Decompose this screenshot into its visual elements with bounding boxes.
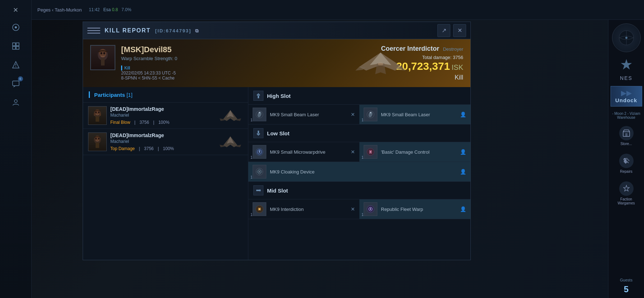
star-decoration: ★ [620,57,633,72]
high-slot-icon [253,91,263,101]
kill-avatar [90,45,115,70]
svg-rect-4 [13,46,15,49]
svg-rect-5 [16,46,19,49]
svg-point-45 [259,171,260,172]
copy-id-icon[interactable]: ⧉ [195,28,199,33]
interdiction-icon [253,202,266,216]
kill-header: [MSK]Devil85 Warp Scramble Strength: 0 K… [83,39,470,87]
low-slot-title: Low Slot [267,130,290,136]
alert-icon[interactable] [8,57,24,73]
location-info: - Moon 2 - Viziam Warehouse [611,110,641,121]
svg-point-49 [259,208,260,210]
beam-laser-2-icon [364,108,377,121]
participant-2-avatar-img [88,133,106,151]
low-slot-section: Low Slot 1 M [248,125,470,182]
participant-1-ship-img [218,108,243,123]
top-bar: Peges ‹ Tash-Murkon 11:42 Esa 0.8 7.0% [32,0,644,20]
svg-point-1 [15,26,17,28]
svg-point-39 [259,151,260,153]
inventory-icon[interactable] [8,38,24,54]
svg-rect-23 [100,113,101,116]
slot-item[interactable]: 1 MK9 Cloaking Device 👤 [248,162,470,181]
slot-item[interactable]: 1 MK9 Small Microwarpdrive ✕ [248,142,359,162]
person-icon: 👤 [460,112,466,117]
svg-rect-2 [13,43,15,46]
svg-point-19 [95,112,97,113]
faction-wargames-button[interactable]: Faction Wargames [612,179,641,208]
svg-rect-9 [13,81,19,86]
svg-point-16 [104,52,105,54]
breadcrumb: Peges ‹ Tash-Murkon [37,7,82,13]
participant-row[interactable]: [DEAD]ImmortalzRage Machariel Final Blow… [83,103,248,129]
remove-item-1-button[interactable]: ✕ [351,112,355,117]
location-name[interactable]: Peges [37,7,51,13]
remove-interdiction-button[interactable]: ✕ [351,206,355,212]
modal-menu-button[interactable] [87,24,100,37]
modal-close-button[interactable]: ✕ [453,24,466,37]
participant-1-avatar [88,106,107,125]
left-sidebar: ✕ 6 [0,0,32,298]
slot-item[interactable]: 1 MK9 Small Beam Laser ✕ [248,104,359,124]
participant-row[interactable]: [DEAD]ImmortalzRage Machariel Top Damage… [83,129,248,155]
right-sidebar: ★ NES ▶▶ Undock - Moon 2 - Viziam Wareho… [608,20,644,298]
mwd-name: MK9 Small Microwarpdrive [270,149,347,155]
high-slot-items: 1 MK9 Small Beam Laser ✕ [248,104,470,124]
mwd-icon [253,145,266,159]
slot-item[interactable]: 1 MK9 Interdiction ✕ [248,199,359,219]
modal-body: Participants [1] [83,87,470,260]
participant-2-ship: Machariel [110,139,214,144]
svg-point-8 [15,66,16,67]
svg-point-10 [14,100,17,103]
svg-rect-3 [16,43,19,46]
avatar-face [91,46,115,69]
beam-laser-1-icon [253,108,266,121]
remove-mwd-button[interactable]: ✕ [351,149,355,155]
equipment-panel: High Slot 1 MK9 Small Beam La [248,87,470,260]
undock-button[interactable]: ▶▶ Undock [611,86,642,107]
slot-item[interactable]: 1 'Basic' Damage Control 👤 [359,142,470,162]
participant-2-stats: Top Damage | 3756 | 100% [110,146,214,151]
participant-2-ship-img [218,135,243,149]
export-button[interactable]: ↗ [437,24,450,37]
participants-title: Participants [94,92,125,98]
ship-display [327,39,434,87]
mid-slot-section: Mid Slot 1 MK9 Interdiction [248,182,470,219]
svg-point-35 [370,112,371,113]
store-button[interactable]: Store... [612,123,641,149]
region-name[interactable]: Tash-Murkon [55,7,82,13]
svg-point-15 [101,52,102,54]
participant-1-ship: Machariel [110,113,214,118]
svg-point-26 [95,138,97,140]
participants-header: Participants [1] [83,87,248,103]
cloaking-device-icon [253,165,266,179]
person-icon-2: 👤 [460,149,466,155]
interdiction-name: MK9 Interdiction [270,207,347,212]
participants-panel: Participants [1] [83,87,248,260]
svg-rect-21 [96,117,99,122]
participant-2-avatar [88,132,107,151]
high-slot-header: High Slot [248,87,470,104]
svg-point-32 [259,112,260,113]
slot-item[interactable]: 1 Republic Fleet Warp 👤 [359,199,470,219]
svg-point-11 [378,63,383,66]
modal-title: KILL REPORT [ID:6744793] ⧉ [105,27,437,34]
repairs-label: Repairs [620,170,632,173]
svg-rect-14 [101,58,105,66]
store-label: Store... [620,142,632,146]
repairs-button[interactable]: Repairs [612,151,641,176]
svg-rect-29 [258,95,259,98]
participant-1-info: [DEAD]ImmortalzRage Machariel Final Blow… [110,106,214,125]
profile-icon[interactable] [8,94,24,110]
mid-slot-header: Mid Slot [248,182,470,199]
chat-icon[interactable]: 6 [8,76,24,91]
slot-item[interactable]: 1 MK9 Small Beam Laser 👤 [359,104,470,124]
high-slot-title: High Slot [267,93,291,99]
kill-report-modal: KILL REPORT [ID:6744793] ⧉ ↗ ✕ [83,22,471,260]
undock-arrow-icon: ▶▶ [621,90,632,97]
modal-actions: ↗ ✕ [437,24,466,37]
close-sidebar-button[interactable]: ✕ [9,4,22,17]
security-percent: 7.0% [121,7,131,12]
map-icon[interactable] [8,19,24,35]
svg-rect-36 [258,131,259,134]
svg-rect-57 [625,133,627,136]
